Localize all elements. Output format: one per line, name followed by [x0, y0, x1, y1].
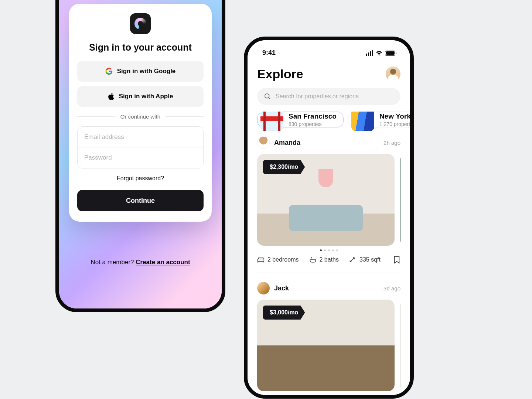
- city-filter-row[interactable]: San Francisco 830 properties New York 1,…: [248, 112, 410, 136]
- bed-icon: [257, 256, 265, 263]
- status-icons: [366, 50, 395, 56]
- password-input[interactable]: [78, 147, 203, 168]
- price-tag: $2,300/mo: [263, 160, 305, 174]
- city-name: San Francisco: [289, 112, 337, 120]
- credential-inputs: [77, 126, 204, 168]
- listing-feed[interactable]: Amanda 2h ago $2,300/mo 2 bedrooms: [248, 136, 410, 395]
- user-name: Amanda: [274, 139, 300, 147]
- signin-google-button[interactable]: Sign in with Google: [77, 61, 204, 82]
- phone-mock-signin: Sign in to your account Sign in with Goo…: [55, 0, 225, 312]
- divider-label: Or continue with: [120, 113, 160, 120]
- price-tag: $3,000/mo: [263, 306, 305, 320]
- signin-card: Sign in to your account Sign in with Goo…: [69, 4, 212, 222]
- sqft-meta: 335 sqft: [349, 256, 381, 263]
- user-name: Jack: [274, 284, 289, 292]
- city-name: New York: [379, 112, 410, 120]
- user-avatar[interactable]: [257, 136, 270, 149]
- search-input[interactable]: [276, 93, 394, 100]
- bath-icon: [309, 256, 317, 263]
- user-avatar[interactable]: [257, 282, 270, 294]
- city-chip-ny[interactable]: New York 1,270 properties: [348, 112, 410, 127]
- listing-image[interactable]: [400, 300, 400, 391]
- phone-mock-explore: 9:41 Explore San Francisco: [244, 37, 414, 399]
- profile-avatar[interactable]: [386, 66, 400, 81]
- google-button-label: Sign in with Google: [117, 68, 176, 75]
- page-title: Explore: [257, 67, 303, 81]
- svg-line-1: [269, 98, 270, 99]
- app-logo: [77, 13, 204, 34]
- signin-background: Sign in to your account Sign in with Goo…: [59, 0, 222, 308]
- listing-image[interactable]: $3,000/mo: [257, 300, 395, 391]
- listing-gallery[interactable]: $3,000/mo: [257, 300, 400, 391]
- create-account-link[interactable]: Create an account: [136, 259, 190, 266]
- city-chip-sf[interactable]: San Francisco 830 properties: [257, 112, 344, 127]
- gallery-dots: [257, 249, 400, 251]
- search-icon: [264, 93, 271, 100]
- search-bar[interactable]: [257, 88, 400, 105]
- divider: Or continue with: [77, 113, 204, 120]
- battery-icon: [385, 51, 395, 56]
- city-thumb: [351, 112, 374, 131]
- email-input[interactable]: [78, 127, 203, 147]
- signin-apple-button[interactable]: Sign in with Apple: [77, 86, 204, 107]
- svg-rect-2: [258, 259, 264, 262]
- listing-image[interactable]: [400, 154, 400, 246]
- cellular-icon: [366, 50, 373, 56]
- post-timestamp: 3d ago: [383, 285, 400, 291]
- bedrooms-meta: 2 bedrooms: [257, 256, 299, 263]
- signup-footer: Not a member? Create an account: [69, 259, 212, 266]
- bookmark-button[interactable]: [393, 256, 400, 264]
- post-timestamp: 2h ago: [383, 140, 400, 146]
- apple-button-label: Sign in with Apple: [119, 93, 173, 100]
- listing-image[interactable]: $2,300/mo: [257, 154, 395, 246]
- area-icon: [349, 256, 357, 263]
- svg-point-0: [265, 94, 269, 98]
- status-bar: 9:41: [248, 47, 410, 62]
- forgot-password-link[interactable]: Forgot password?: [117, 175, 164, 181]
- post-header: Amanda 2h ago: [257, 136, 400, 149]
- apple-icon: [108, 93, 115, 100]
- wifi-icon: [376, 51, 382, 56]
- status-time: 9:41: [262, 49, 276, 57]
- google-icon: [105, 68, 113, 75]
- listing-meta: 2 bedrooms 2 baths 335 sqft: [257, 256, 400, 273]
- continue-button[interactable]: Continue: [77, 190, 204, 211]
- signin-title: Sign in to your account: [77, 42, 204, 53]
- city-count: 1,270 properties: [379, 121, 410, 127]
- city-count: 830 properties: [289, 121, 337, 127]
- baths-meta: 2 baths: [309, 256, 339, 263]
- post-header: Jack 3d ago: [257, 282, 400, 294]
- city-thumb: [260, 112, 283, 131]
- listing-gallery[interactable]: $2,300/mo: [257, 154, 400, 246]
